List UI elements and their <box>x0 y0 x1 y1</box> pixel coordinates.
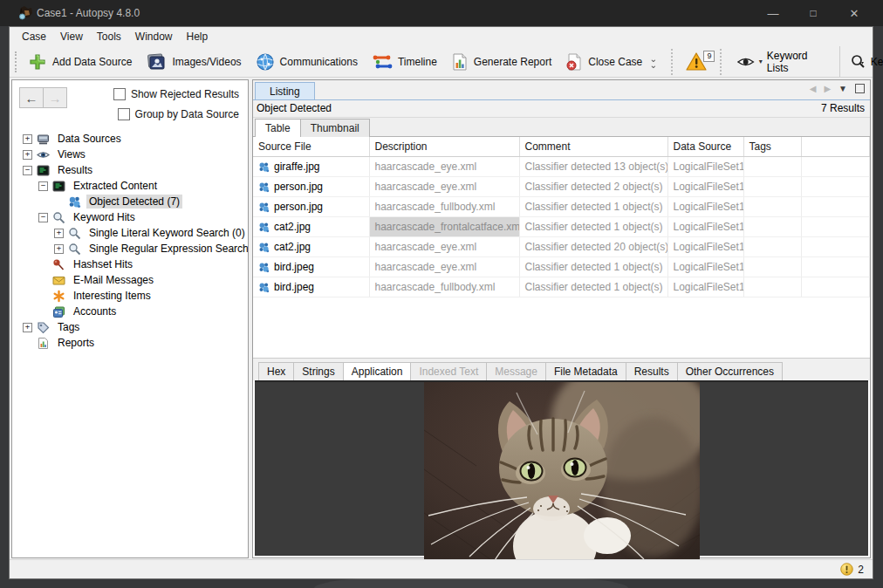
tree-item-object-detected[interactable]: Object Detected (7) <box>12 194 248 209</box>
tab-listing[interactable]: Listing <box>255 82 315 99</box>
cell-comment: Classifier detected 1 object(s) <box>519 277 667 297</box>
close-case-button[interactable]: Close Case ⌄⌄ <box>558 50 662 74</box>
table-row[interactable]: person.jpg haarcascade_fullbody.xml Clas… <box>253 197 870 217</box>
tree-item-views[interactable]: + Views <box>12 147 248 162</box>
menu-window[interactable]: Window <box>128 29 180 44</box>
next-tab-icon[interactable]: ▶ <box>824 84 831 93</box>
tab-table[interactable]: Table <box>255 119 301 137</box>
view-tabs: Table Thumbnail <box>253 118 870 137</box>
expand-icon[interactable]: + <box>23 150 32 160</box>
tab-hex[interactable]: Hex <box>258 362 294 380</box>
column-source-file[interactable]: Source File <box>253 137 369 157</box>
close-case-label: Close Case <box>588 56 642 68</box>
menu-case[interactable]: Case <box>15 29 53 44</box>
collapse-icon[interactable]: − <box>38 181 48 191</box>
menu-view[interactable]: View <box>53 29 90 44</box>
cell-source-file: person.jpg <box>274 181 323 193</box>
column-tags[interactable]: Tags <box>743 137 801 157</box>
collapse-icon[interactable]: − <box>38 213 48 222</box>
ingest-warning-button[interactable]: 9 <box>671 49 722 75</box>
communications-button[interactable]: Communications <box>249 50 365 74</box>
images-videos-icon <box>146 52 167 72</box>
cell-comment: Classifier detected 20 object(s) <box>519 237 667 257</box>
cell-data-source: LogicalFileSet1 <box>667 237 743 257</box>
column-comment[interactable]: Comment <box>519 137 667 157</box>
generate-report-button[interactable]: Generate Report <box>444 50 558 74</box>
tree-item-extracted-content[interactable]: − Extracted Content <box>12 178 248 194</box>
data-sources-icon <box>37 133 50 146</box>
toolbar-grip <box>15 51 17 72</box>
checkbox-label: Group by Data Source <box>135 108 239 120</box>
table-row[interactable]: bird.jpeg haarcascade_eye.xml Classifier… <box>253 257 870 277</box>
tree-item-single-literal-keyword-search[interactable]: + Single Literal Keyword Search (0) <box>12 225 248 241</box>
checkbox-icon[interactable] <box>118 108 130 120</box>
add-data-source-label: Add Data Source <box>52 56 132 68</box>
tree-item-results[interactable]: − Results <box>12 162 248 178</box>
show-rejected-results-checkbox[interactable]: Show Rejected Results <box>113 88 239 100</box>
tree-item-label: Hashset Hits <box>71 257 135 271</box>
column-description[interactable]: Description <box>369 137 519 157</box>
expand-icon[interactable]: + <box>54 229 64 238</box>
tree-item-email-messages[interactable]: E-Mail Messages <box>12 272 248 288</box>
forward-button[interactable]: → <box>44 87 67 108</box>
expand-icon[interactable]: + <box>23 323 32 332</box>
menu-help[interactable]: Help <box>180 29 216 44</box>
keyword-lists-label: Keyword Lists <box>767 50 825 74</box>
back-button[interactable]: ← <box>19 87 44 108</box>
tree-item-reports[interactable]: Reports <box>12 335 248 351</box>
timeline-button[interactable]: Timeline <box>365 50 444 74</box>
tree-item-data-sources[interactable]: + Data Sources <box>12 131 248 147</box>
cat-photo <box>424 382 700 562</box>
cell-description-highlighted: haarcascade_frontalcatface.xml <box>369 217 519 237</box>
tab-thumbnail[interactable]: Thumbnail <box>300 119 370 137</box>
tree-item-interesting-items[interactable]: Interesting Items <box>12 288 248 304</box>
cell-tags <box>743 237 801 257</box>
tab-other-occurrences[interactable]: Other Occurrences <box>677 362 783 380</box>
cell-tags <box>743 177 801 197</box>
report-page-icon <box>37 337 50 350</box>
tab-file-metadata[interactable]: File Metadata <box>545 362 626 380</box>
column-filler <box>801 137 870 157</box>
table-row-selected[interactable]: cat2.jpg haarcascade_frontalcatface.xml … <box>253 217 870 237</box>
toolbar-right-group: ▾ Keyword Lists Keyword Search <box>722 46 883 77</box>
expand-icon[interactable]: + <box>54 244 64 254</box>
prev-tab-icon[interactable]: ◀ <box>810 84 817 93</box>
keyword-search-icon <box>68 227 81 240</box>
expand-icon[interactable]: + <box>23 134 32 144</box>
asterisk-icon <box>52 290 65 303</box>
checkbox-icon[interactable] <box>113 88 126 100</box>
table-row[interactable]: person.jpg haarcascade_eye.xml Classifie… <box>253 177 870 197</box>
cell-tags <box>743 217 801 237</box>
menu-tools[interactable]: Tools <box>90 29 128 44</box>
minimize-button[interactable]: — <box>754 0 792 26</box>
group-by-data-source-checkbox[interactable]: Group by Data Source <box>118 108 239 120</box>
tag-icon <box>37 321 50 334</box>
images-videos-button[interactable]: Images/Videos <box>139 50 248 74</box>
keyword-search-button[interactable]: Keyword Search <box>839 46 883 77</box>
tab-strings[interactable]: Strings <box>293 362 343 380</box>
tree-item-tags[interactable]: + Tags <box>12 319 248 335</box>
tree-item-hashset-hits[interactable]: Hashset Hits <box>12 256 248 272</box>
tree-item-label: Views <box>55 147 88 161</box>
table-row[interactable]: giraffe.jpg haarcascade_eye.xml Classifi… <box>253 157 870 177</box>
tab-results[interactable]: Results <box>626 362 678 380</box>
maximize-button[interactable]: □ <box>794 0 832 26</box>
close-button[interactable]: ✕ <box>835 0 873 26</box>
column-data-source[interactable]: Data Source <box>667 137 743 157</box>
notification-area[interactable]: 2 <box>840 563 864 576</box>
keyword-lists-button[interactable]: ▾ Keyword Lists <box>722 50 839 74</box>
table-row[interactable]: bird.jpeg haarcascade_fullbody.xml Class… <box>253 277 870 297</box>
tree-item-label: Interesting Items <box>71 289 154 303</box>
maximize-pane-icon[interactable] <box>855 84 865 93</box>
table-row[interactable]: cat2.jpg haarcascade_eye.xml Classifier … <box>253 237 870 257</box>
tree-item-keyword-hits[interactable]: − Keyword Hits <box>12 209 248 225</box>
collapse-icon[interactable]: − <box>23 166 32 175</box>
accounts-icon <box>52 305 65 318</box>
tree-item-label: Keyword Hits <box>71 210 138 224</box>
tree-item-accounts[interactable]: Accounts <box>12 304 248 319</box>
tree-item-single-regular-expression-search[interactable]: + Single Regular Expression Search (0) <box>12 241 248 256</box>
add-data-source-button[interactable]: Add Data Source <box>21 50 139 74</box>
tab-application[interactable]: Application <box>343 362 412 380</box>
tab-list-dropdown-icon[interactable]: ▼ <box>839 84 847 93</box>
chevron-down-icon[interactable]: ⌄⌄ <box>649 55 655 67</box>
